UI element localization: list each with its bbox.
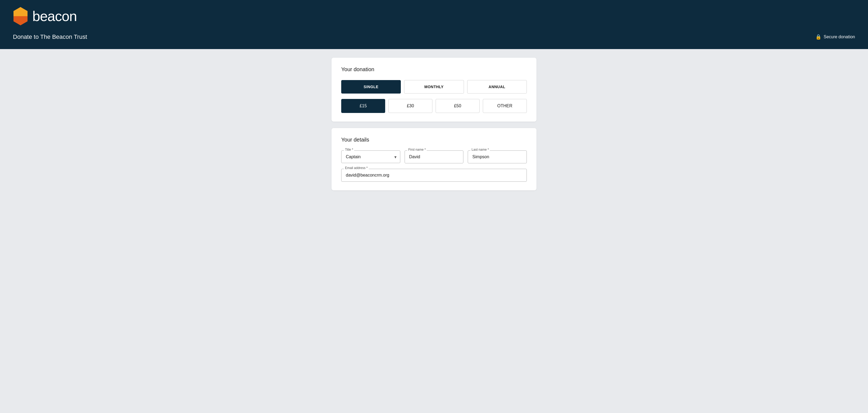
title-select[interactable]: Mr Mrs Miss Ms Dr Captain Prof xyxy=(341,151,400,163)
amount-15-button[interactable]: £15 xyxy=(341,99,385,113)
amount-30-button[interactable]: £30 xyxy=(389,99,432,113)
last-name-field-wrapper: Last name * xyxy=(468,151,527,163)
secure-donation-label: Secure donation xyxy=(824,34,855,39)
first-name-input[interactable] xyxy=(405,151,464,163)
name-form-row: Title * Mr Mrs Miss Ms Dr Captain Prof F… xyxy=(341,151,527,163)
frequency-annual-button[interactable]: ANNUAL xyxy=(467,80,527,94)
last-name-input[interactable] xyxy=(468,151,527,163)
donate-title: Donate to The Beacon Trust xyxy=(13,33,87,40)
secure-donation-badge: 🔒 Secure donation xyxy=(815,34,855,40)
svg-marker-0 xyxy=(13,7,28,16)
logo-area: beacon xyxy=(13,6,855,26)
email-field-label: Email address * xyxy=(344,166,369,170)
donation-card-title: Your donation xyxy=(341,66,527,72)
first-name-field-wrapper: First name * xyxy=(405,151,464,163)
email-field-wrapper: Email address * xyxy=(341,169,527,182)
last-name-label: Last name * xyxy=(470,148,490,152)
main-content: Your donation SINGLE MONTHLY ANNUAL £15 … xyxy=(0,49,868,199)
title-field-label: Title * xyxy=(344,148,354,152)
lock-icon: 🔒 xyxy=(815,34,822,40)
first-name-label: First name * xyxy=(407,148,427,152)
donation-card: Your donation SINGLE MONTHLY ANNUAL £15 … xyxy=(332,58,536,122)
email-input[interactable] xyxy=(341,169,527,182)
frequency-monthly-button[interactable]: MONTHLY xyxy=(404,80,464,94)
header-bottom-row: Donate to The Beacon Trust 🔒 Secure dona… xyxy=(13,32,855,40)
details-card-title: Your details xyxy=(341,137,527,143)
page-header: beacon Donate to The Beacon Trust 🔒 Secu… xyxy=(0,0,868,49)
beacon-logo-icon xyxy=(13,6,28,26)
amount-50-button[interactable]: £50 xyxy=(436,99,479,113)
details-card: Your details Title * Mr Mrs Miss Ms Dr C… xyxy=(332,128,536,190)
email-form-row: Email address * xyxy=(341,169,527,182)
logo-text: beacon xyxy=(32,8,77,24)
title-field-wrapper: Title * Mr Mrs Miss Ms Dr Captain Prof xyxy=(341,151,400,163)
frequency-button-group: SINGLE MONTHLY ANNUAL xyxy=(341,80,527,94)
svg-marker-1 xyxy=(13,16,28,25)
amount-other-button[interactable]: OTHER xyxy=(483,99,527,113)
frequency-single-button[interactable]: SINGLE xyxy=(341,80,401,94)
amount-button-group: £15 £30 £50 OTHER xyxy=(341,99,527,113)
